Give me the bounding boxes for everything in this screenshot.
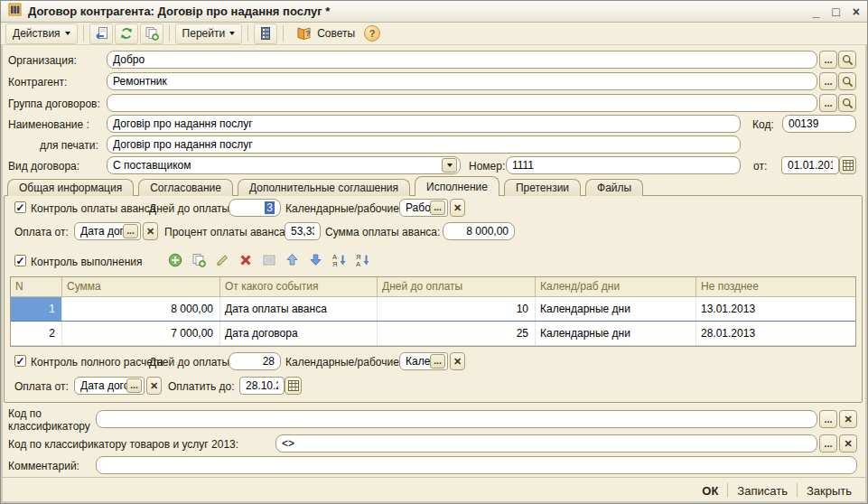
cell-sum[interactable]: 7 000,00 [62,322,220,345]
col-header-sum: Сумма [62,277,220,296]
cell-n[interactable]: 2 [11,322,62,345]
structure-button[interactable] [254,23,277,44]
organization-search-button[interactable] [838,51,856,69]
tips-button[interactable]: ? Советы [289,23,362,44]
number-label: Номер: [469,160,505,173]
col-header-calendar: Календ/раб дни [536,277,696,296]
comment-field[interactable] [96,456,857,474]
goto-menu-label: Перейти [182,27,226,40]
edit-row-button[interactable] [214,252,229,267]
footer-buttons: ОК Записать Закрыть [693,481,861,500]
copy-button[interactable] [140,23,163,44]
tab-approval[interactable]: Согласование [138,179,233,196]
tab-files[interactable]: Файлы [585,179,643,196]
organization-field[interactable]: Добро [107,51,817,69]
set-finish-button[interactable] [261,252,276,267]
magnifier-icon [842,98,854,109]
cell-days[interactable]: 10 [378,297,536,321]
date-from-field[interactable]: 01.01.2013 [781,156,839,174]
toolbar-separator [283,25,284,42]
main-toolbar: Действия Перейти ? Советы ? [1,23,867,45]
svg-text:Я: Я [332,260,337,267]
move-up-button[interactable] [285,252,300,267]
counterparty-field[interactable]: Ремонтник [107,72,817,90]
reread-button[interactable] [89,23,113,44]
tab-general-info[interactable]: Общая информация [7,179,134,196]
name-field[interactable]: Договір про надання послуг [107,115,741,133]
print-name-label: для печати: [40,139,98,152]
comment-label: Комментарий: [8,460,79,472]
cell-sum[interactable]: 8 000,00 [62,297,220,321]
structure-icon [258,26,273,41]
classifier-field[interactable] [96,410,817,428]
sort-desc-icon: ЯА [356,253,370,267]
contract-group-search-button[interactable] [838,94,856,112]
cell-deadline[interactable]: 28.01.2013 [696,322,855,345]
sort-descending-button[interactable]: ЯА [355,252,370,267]
arrow-up-icon [285,253,299,266]
classifier-2013-field[interactable]: <> [275,434,817,453]
goto-menu-button[interactable]: Перейти [175,23,243,44]
arrow-down-icon [309,253,322,266]
tab-claims[interactable]: Претензии [504,179,581,196]
organization-ellipsis-button[interactable]: ... [819,51,837,69]
cell-event[interactable]: Дата оплаты аванса [220,297,378,321]
print-name-field[interactable]: Договір про надання послуг [107,135,741,154]
cell-n[interactable]: 1 [11,297,62,321]
contract-kind-dropdown-button[interactable] [442,158,457,173]
close-button[interactable]: × [853,5,860,18]
sort-ascending-button[interactable]: АЯ [331,252,347,267]
counterparty-ellipsis-button[interactable]: ... [819,72,837,90]
minimize-button[interactable]: _ [813,5,820,18]
chevron-down-icon [447,163,453,167]
tab-additional-agreements[interactable]: Дополнительные соглашения [238,179,410,196]
classifier-clear-button[interactable]: ✕ [839,410,857,428]
actions-menu-label: Действия [13,27,61,40]
close-form-button[interactable]: Закрыть [798,482,861,499]
cell-calendar[interactable]: Календарные дни [536,297,696,321]
save-button[interactable]: Записать [728,482,797,499]
svg-text:А: А [356,260,360,267]
magnifier-icon [842,76,854,88]
copy-row-button[interactable] [191,252,206,267]
classifier-2013-clear-button[interactable]: ✕ [839,434,857,453]
tips-label: Советы [317,27,355,40]
date-from-calendar-button[interactable] [839,156,856,174]
contract-kind-label: Вид договора: [8,160,79,173]
classifier-2013-ellipsis-button[interactable]: ... [819,434,837,453]
actions-menu-button[interactable]: Действия [5,23,78,44]
contract-app-icon [8,3,22,20]
cell-days[interactable]: 25 [378,322,536,345]
tab-execution[interactable]: Исполнение [415,176,499,196]
cell-event[interactable]: Дата договора [220,322,378,345]
code-field[interactable]: 00139 [782,115,856,133]
ok-button[interactable]: ОК [693,482,727,499]
table-row: 2 7 000,00 Дата договора 25 Календарные … [11,322,855,346]
add-row-button[interactable] [167,252,182,267]
col-header-event: От какого события [220,277,378,296]
svg-text:?: ? [305,29,311,38]
contract-window: Договор контрагента: Договір про надання… [0,0,868,504]
refresh-button[interactable] [115,23,138,44]
counterparty-label: Контрагент: [8,76,67,89]
menu-caret-icon [65,32,70,35]
move-down-button[interactable] [308,252,323,267]
magnifier-icon [842,54,854,66]
tips-book-icon: ? [296,26,313,41]
contract-group-ellipsis-button[interactable]: ... [819,94,837,112]
delete-icon [239,254,252,266]
delete-row-button[interactable] [238,252,253,267]
execution-table: N Сумма От какого события Дней до оплаты… [10,276,856,347]
maximize-button[interactable]: □ [832,5,839,18]
reread-icon [94,26,108,41]
classifier-ellipsis-button[interactable]: ... [819,410,837,428]
contract-group-field[interactable] [107,94,817,112]
help-icon[interactable]: ? [364,25,380,42]
counterparty-search-button[interactable] [838,72,856,90]
cell-deadline[interactable]: 13.01.2013 [696,297,855,321]
contract-kind-combo[interactable]: С поставщиком [107,156,461,174]
number-field[interactable]: 1111 [506,156,741,174]
tab-strip: Общая информация Согласование Дополнител… [7,176,643,196]
cell-calendar[interactable]: Календарные дни [536,322,696,345]
toolbar-separator [247,25,248,42]
